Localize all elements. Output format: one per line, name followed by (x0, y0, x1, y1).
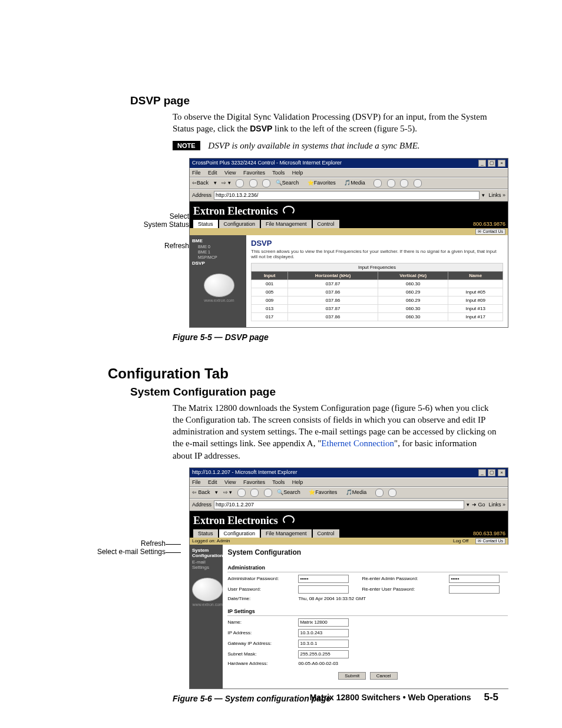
tab-configuration[interactable]: Configuration (219, 220, 260, 228)
minimize-icon[interactable]: _ (478, 469, 486, 476)
maximize-icon[interactable]: ▢ (488, 469, 495, 476)
col-name: Name (448, 271, 503, 279)
admin-pw2-input[interactable] (449, 575, 500, 583)
sidenav-msp[interactable]: MSP/MCP (192, 255, 246, 260)
hardware-value: 00-05-A6-00-02-03 (298, 661, 416, 666)
user-pw2-input[interactable] (449, 585, 500, 594)
user-pw2-label: Re-enter User Password: (362, 587, 444, 592)
address-input[interactable] (214, 500, 464, 509)
contact-us-link[interactable]: ✉ Contact Us (475, 229, 505, 235)
address-dropdown-icon[interactable]: ▾ (482, 192, 485, 198)
contact-us-link[interactable]: ✉ Contact Us (475, 538, 505, 544)
history-icon[interactable] (375, 489, 384, 497)
sidenav-system-config[interactable]: System Configuration (192, 547, 223, 559)
menu-file[interactable]: File (192, 479, 201, 485)
system-config-paragraph: The Matrix 12800 downloads the System Co… (173, 402, 498, 462)
address-label: Address (192, 192, 211, 198)
tab-status[interactable]: Status (193, 220, 218, 228)
user-pw-input[interactable] (298, 585, 349, 594)
extron-url[interactable]: www.extron.com (192, 602, 223, 607)
menu-tools[interactable]: Tools (272, 479, 285, 485)
menu-edit[interactable]: Edit (208, 479, 217, 485)
menu-favorites[interactable]: Favorites (243, 479, 265, 485)
name-input[interactable] (298, 618, 349, 627)
submit-button[interactable]: Submit (338, 672, 366, 680)
search-button[interactable]: 🔍Search (277, 489, 304, 495)
media-button[interactable]: 🎵Media (346, 489, 371, 495)
menu-file[interactable]: File (192, 170, 201, 176)
address-input[interactable] (214, 191, 480, 200)
menu-help[interactable]: Help (292, 170, 303, 176)
ip-input[interactable] (298, 629, 349, 637)
mail-icon[interactable] (388, 489, 396, 497)
stop-icon[interactable] (237, 489, 246, 497)
menu-view[interactable]: View (224, 479, 236, 485)
tab-status[interactable]: Status (193, 529, 218, 538)
subnet-input[interactable] (298, 650, 349, 658)
home-icon[interactable] (262, 179, 270, 187)
menu-tools[interactable]: Tools (272, 170, 285, 176)
system-configuration-title: System Configuration (227, 548, 508, 556)
links-label[interactable]: Links » (488, 502, 505, 508)
brand-header: Extron Electronics (190, 511, 508, 527)
note-text: DSVP is only available in systems that i… (208, 141, 419, 150)
brand-text: Extron Electronics (193, 205, 278, 217)
menu-help[interactable]: Help (292, 479, 303, 485)
logoff-link[interactable]: Log Off (453, 538, 468, 543)
tab-control[interactable]: Control (313, 220, 339, 228)
sidenav-bme1[interactable]: BME 1 (192, 249, 246, 255)
mail-icon[interactable] (387, 179, 395, 187)
cancel-button[interactable]: Cancel (370, 672, 398, 680)
figure-5-5-caption: Figure 5-5 — DSVP page (173, 332, 498, 342)
admin-pw-input[interactable] (298, 575, 349, 583)
toolbar: ⇦Back ▾ ⇨ ▾ 🔍Search ⭐Favorites 🎵Media (190, 177, 508, 189)
favorites-button[interactable]: ⭐Favorites (308, 180, 339, 186)
forward-button[interactable]: ⇨ ▾ (222, 180, 231, 186)
note-badge: NOTE (173, 141, 200, 150)
back-button[interactable]: ⇦Back ▾ (192, 180, 217, 186)
home-icon[interactable] (264, 489, 272, 497)
media-button[interactable]: 🎵Media (344, 180, 369, 186)
menu-view[interactable]: View (224, 170, 236, 176)
brand-swoosh-icon (283, 515, 295, 525)
admin-pw-label: Administrator Password: (227, 576, 293, 581)
address-bar: Address ▾ ➜ Go Links » (190, 499, 508, 511)
minimize-icon[interactable]: _ (478, 160, 486, 167)
callout-email-settings: Select e-mail Settings (97, 548, 166, 556)
menu-edit[interactable]: Edit (208, 170, 217, 176)
tab-file-management[interactable]: File Management (261, 220, 312, 228)
tab-control[interactable]: Control (313, 529, 339, 538)
sidenav-bme0[interactable]: BME 0 (192, 244, 246, 249)
callout-select: Select (170, 212, 189, 220)
print-icon[interactable] (400, 179, 408, 187)
address-dropdown-icon[interactable]: ▾ (467, 502, 470, 508)
refresh-icon[interactable] (250, 489, 259, 497)
search-button[interactable]: 🔍Search (276, 180, 303, 186)
go-button[interactable]: ➜ Go (472, 502, 485, 508)
table-row: 013037.87060.30Input #13 (252, 304, 503, 312)
stop-icon[interactable] (236, 179, 244, 187)
tab-configuration[interactable]: Configuration (219, 529, 260, 538)
edit-icon[interactable] (414, 179, 422, 187)
maximize-icon[interactable]: ▢ (488, 160, 495, 167)
table-row: 009037.86060.29Input #09 (252, 296, 503, 304)
history-icon[interactable] (373, 179, 382, 187)
links-label[interactable]: Links » (488, 192, 505, 198)
sidenav-email-settings[interactable]: E-mail Settings (192, 559, 223, 571)
close-icon[interactable]: × (498, 160, 505, 167)
menu-bar: File Edit View Favorites Tools Help (190, 168, 508, 177)
ethernet-connection-link[interactable]: Ethernet Connection (321, 439, 394, 448)
ip-label: IP Address: (227, 630, 293, 635)
forward-button[interactable]: ⇨ ▾ (223, 489, 233, 495)
close-icon[interactable]: × (498, 469, 505, 476)
back-button[interactable]: ⇦ Back ▾ (192, 489, 218, 495)
tab-file-management[interactable]: File Management (261, 529, 312, 538)
refresh-icon[interactable] (249, 179, 257, 187)
gateway-input[interactable] (298, 640, 349, 648)
sidenav-dsvp[interactable]: DSVP (192, 260, 246, 266)
sidenav-bme[interactable]: BME (192, 238, 246, 244)
extron-url[interactable]: www.extron.com (192, 298, 246, 302)
favorites-button[interactable]: ⭐Favorites (309, 489, 340, 495)
menu-favorites[interactable]: Favorites (243, 170, 265, 176)
footer-text: Matrix 12800 Switchers • Web Operations (310, 693, 471, 702)
